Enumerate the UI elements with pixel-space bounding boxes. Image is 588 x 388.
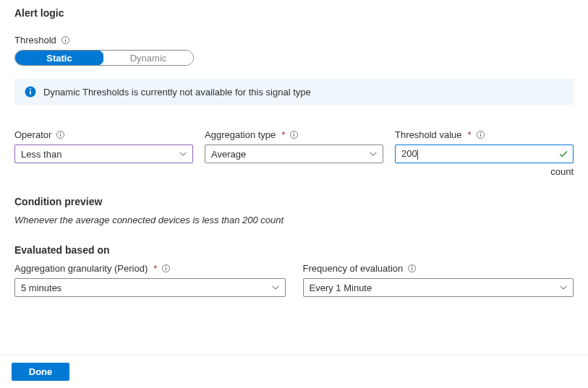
done-button[interactable]: Done xyxy=(12,363,69,381)
check-icon xyxy=(558,149,568,159)
aggregation-granularity-select[interactable]: 5 minutes xyxy=(14,278,286,297)
info-icon[interactable] xyxy=(61,35,70,45)
operator-value: Less than xyxy=(21,149,61,160)
info-icon[interactable] xyxy=(407,264,417,273)
aggregation-granularity-label: Aggregation granularity (Period) xyxy=(14,263,148,274)
chevron-down-icon xyxy=(368,149,378,159)
condition-preview-heading: Condition preview xyxy=(14,196,574,207)
svg-point-17 xyxy=(166,266,166,267)
page-title: Alert logic xyxy=(14,7,574,19)
required-marker: * xyxy=(281,129,285,140)
aggregation-type-label-row: Aggregation type * xyxy=(205,129,383,140)
chevron-down-icon xyxy=(270,283,281,293)
threshold-dynamic-option[interactable]: Dynamic xyxy=(103,51,193,65)
svg-point-8 xyxy=(60,132,61,133)
required-marker: * xyxy=(153,263,157,274)
info-icon[interactable] xyxy=(289,130,299,139)
info-banner-text: Dynamic Thresholds is currently not avai… xyxy=(43,87,311,98)
threshold-value-input[interactable]: 200 xyxy=(395,145,574,163)
svg-point-14 xyxy=(480,132,480,133)
condition-preview-text: Whenever the average connected devices i… xyxy=(14,215,574,225)
svg-point-5 xyxy=(30,88,31,90)
operator-label: Operator xyxy=(14,129,51,140)
svg-point-20 xyxy=(412,266,412,267)
footer: Done xyxy=(0,355,588,388)
operator-select[interactable]: Less than xyxy=(14,145,193,163)
frequency-label-row: Frequency of evaluation xyxy=(303,263,574,274)
aggregation-type-select[interactable]: Average xyxy=(205,145,383,163)
chevron-down-icon xyxy=(178,149,188,159)
info-icon[interactable] xyxy=(476,130,485,139)
threshold-value-unit: count xyxy=(395,166,574,177)
aggregation-granularity-label-row: Aggregation granularity (Period) * xyxy=(14,263,286,274)
threshold-label: Threshold xyxy=(14,35,56,46)
frequency-value: Every 1 Minute xyxy=(310,283,372,293)
threshold-value-text: 200 xyxy=(401,148,418,160)
svg-point-2 xyxy=(65,38,66,38)
aggregation-type-value: Average xyxy=(211,149,246,160)
chevron-down-icon xyxy=(558,283,568,293)
threshold-toggle: Static Dynamic xyxy=(14,50,194,66)
info-icon[interactable] xyxy=(161,264,171,273)
frequency-label: Frequency of evaluation xyxy=(303,263,404,274)
aggregation-type-label: Aggregation type xyxy=(205,129,276,140)
threshold-static-option[interactable]: Static xyxy=(14,50,104,66)
threshold-label-row: Threshold xyxy=(14,35,574,46)
svg-point-11 xyxy=(294,132,294,133)
frequency-select[interactable]: Every 1 Minute xyxy=(303,278,574,297)
aggregation-granularity-value: 5 minutes xyxy=(21,283,61,293)
evaluated-heading: Evaluated based on xyxy=(14,244,574,256)
operator-label-row: Operator xyxy=(14,129,193,140)
required-marker: * xyxy=(468,129,472,140)
threshold-value-label-row: Threshold value * xyxy=(395,129,574,140)
svg-rect-4 xyxy=(30,91,31,95)
info-banner: Dynamic Thresholds is currently not avai… xyxy=(14,79,574,105)
info-filled-icon xyxy=(25,86,36,98)
threshold-value-label: Threshold value xyxy=(395,129,462,140)
info-icon[interactable] xyxy=(56,130,65,139)
